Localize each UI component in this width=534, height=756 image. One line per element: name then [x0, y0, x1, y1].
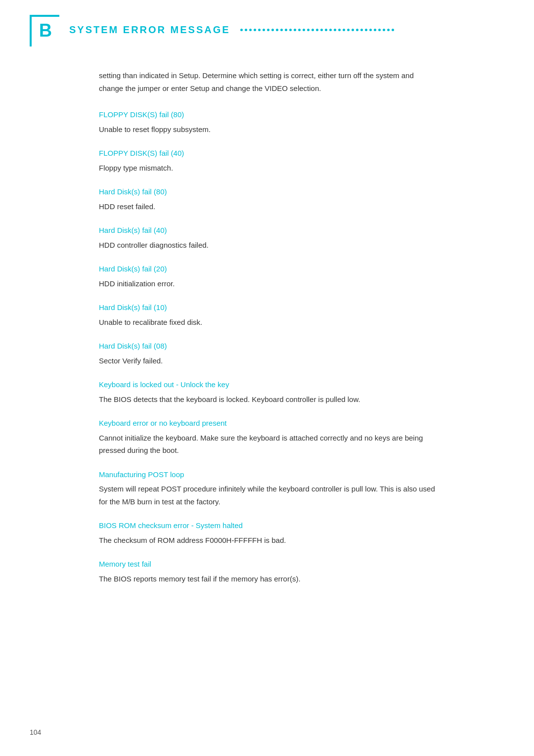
header-dot — [289, 29, 292, 31]
error-description-hdd-80: HDD reset failed. — [99, 200, 435, 213]
header-dot — [267, 29, 269, 31]
header-dot — [307, 29, 310, 31]
error-description-bios-rom: The checksum of ROM address F0000H-FFFFF… — [99, 534, 435, 547]
error-title-floppy-40: FLOPPY DISK(S) fail (40) — [99, 148, 435, 159]
error-description-memory-test: The BIOS reports memory test fail if the… — [99, 573, 435, 585]
error-description-keyboard-locked: The BIOS detects that the keyboard is lo… — [99, 393, 435, 406]
page-content: setting than indicated in Setup. Determi… — [0, 54, 534, 627]
header-title-area: System Error Message — [69, 24, 504, 36]
error-title-hdd-08: Hard Disk(s) fail (08) — [99, 341, 435, 352]
error-entry-keyboard-error: Keyboard error or no keyboard presentCan… — [99, 418, 435, 457]
error-description-floppy-80: Unable to reset floppy subsystem. — [99, 123, 435, 136]
header-dot — [338, 29, 341, 31]
error-title-manufacturing-post: Manufacturing POST loop — [99, 469, 435, 481]
errors-list: FLOPPY DISK(S) fail (80)Unable to reset … — [99, 109, 435, 585]
header-dot — [334, 29, 336, 31]
header-dot — [369, 29, 372, 31]
error-entry-hdd-10: Hard Disk(s) fail (10)Unable to recalibr… — [99, 302, 435, 328]
error-title-floppy-80: FLOPPY DISK(S) fail (80) — [99, 109, 435, 121]
chapter-letter: B — [39, 20, 52, 41]
error-description-keyboard-error: Cannot initialize the keyboard. Make sur… — [99, 432, 435, 457]
error-title-hdd-10: Hard Disk(s) fail (10) — [99, 302, 435, 313]
header-dot — [240, 29, 243, 31]
header-dot — [316, 29, 318, 31]
header-dot — [347, 29, 350, 31]
header-dot — [378, 29, 381, 31]
header-dot — [343, 29, 345, 31]
header-dot — [392, 29, 394, 31]
error-entry-hdd-20: Hard Disk(s) fail (20)HDD initialization… — [99, 264, 435, 290]
intro-paragraph: setting than indicated in Setup. Determi… — [99, 69, 435, 94]
error-description-manufacturing-post: System will repeat POST procedure infini… — [99, 483, 435, 508]
header-dot — [365, 29, 367, 31]
header-dot — [356, 29, 358, 31]
page-number: 104 — [30, 728, 41, 736]
error-description-hdd-10: Unable to recalibrate fixed disk. — [99, 316, 435, 329]
header-dot — [387, 29, 390, 31]
header-dot — [298, 29, 301, 31]
header-dot — [320, 29, 323, 31]
header-dot — [360, 29, 363, 31]
error-title-hdd-40: Hard Disk(s) fail (40) — [99, 225, 435, 236]
error-entry-hdd-40: Hard Disk(s) fail (40)HDD controller dia… — [99, 225, 435, 251]
header-dot — [245, 29, 247, 31]
error-description-hdd-40: HDD controller diagnostics failed. — [99, 239, 435, 252]
header-dot — [254, 29, 256, 31]
error-entry-hdd-08: Hard Disk(s) fail (08)Sector Verify fail… — [99, 341, 435, 367]
error-title-keyboard-error: Keyboard error or no keyboard present — [99, 418, 435, 429]
chapter-title: System Error Message — [69, 24, 230, 36]
error-description-floppy-40: Floppy type mismatch. — [99, 162, 435, 175]
header-dot — [383, 29, 385, 31]
page-header: B System Error Message — [0, 0, 534, 54]
header-dot — [258, 29, 261, 31]
error-description-hdd-08: Sector Verify failed. — [99, 355, 435, 367]
header-dot — [374, 29, 376, 31]
header-dot — [285, 29, 287, 31]
error-description-hdd-20: HDD initialization error. — [99, 277, 435, 290]
header-dot — [325, 29, 327, 31]
error-title-bios-rom: BIOS ROM checksum error - System halted — [99, 520, 435, 532]
header-dot — [329, 29, 332, 31]
header-dot — [249, 29, 252, 31]
header-dots-decoration — [240, 29, 504, 31]
error-entry-memory-test: Memory test failThe BIOS reports memory … — [99, 559, 435, 585]
header-dot — [276, 29, 278, 31]
error-title-hdd-20: Hard Disk(s) fail (20) — [99, 264, 435, 275]
error-entry-floppy-80: FLOPPY DISK(S) fail (80)Unable to reset … — [99, 109, 435, 135]
header-dot — [271, 29, 274, 31]
error-title-memory-test: Memory test fail — [99, 559, 435, 570]
header-dot — [303, 29, 305, 31]
header-dot — [352, 29, 354, 31]
header-dot — [312, 29, 314, 31]
chapter-letter-box: B — [30, 15, 59, 44]
header-dot — [280, 29, 283, 31]
header-dot — [263, 29, 265, 31]
error-entry-keyboard-locked: Keyboard is locked out - Unlock the keyT… — [99, 379, 435, 405]
error-title-hdd-80: Hard Disk(s) fail (80) — [99, 186, 435, 198]
page-container: B System Error Message setting than indi… — [0, 0, 534, 756]
header-dot — [294, 29, 296, 31]
error-entry-hdd-80: Hard Disk(s) fail (80)HDD reset failed. — [99, 186, 435, 213]
error-entry-bios-rom: BIOS ROM checksum error - System haltedT… — [99, 520, 435, 546]
error-entry-manufacturing-post: Manufacturing POST loopSystem will repea… — [99, 469, 435, 508]
error-title-keyboard-locked: Keyboard is locked out - Unlock the key — [99, 379, 435, 391]
error-entry-floppy-40: FLOPPY DISK(S) fail (40)Floppy type mism… — [99, 148, 435, 174]
